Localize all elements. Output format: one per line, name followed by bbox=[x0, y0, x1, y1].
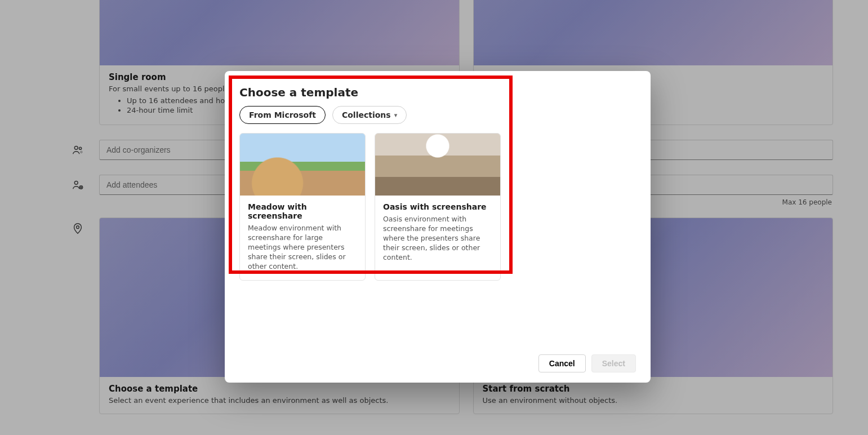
template-source-tabs: From Microsoft Collections ▾ bbox=[239, 106, 636, 124]
tab-collections[interactable]: Collections ▾ bbox=[332, 106, 407, 124]
tab-collections-label: Collections bbox=[342, 110, 391, 119]
template-thumbnail-meadow bbox=[240, 134, 365, 196]
tab-from-microsoft-label: From Microsoft bbox=[249, 110, 316, 119]
choose-template-dialog: Choose a template From Microsoft Collect… bbox=[225, 71, 651, 383]
template-title: Oasis with screenshare bbox=[383, 202, 492, 211]
template-description: Oasis environment with screenshare for m… bbox=[383, 215, 492, 262]
cancel-button[interactable]: Cancel bbox=[538, 354, 586, 372]
template-title: Meadow with screenshare bbox=[248, 202, 357, 220]
template-description: Meadow environment with screenshare for … bbox=[248, 224, 357, 271]
template-thumbnail-oasis bbox=[375, 134, 500, 196]
template-card-meadow[interactable]: Meadow with screenshare Meadow environme… bbox=[239, 133, 366, 281]
dialog-title: Choose a template bbox=[239, 86, 636, 99]
chevron-down-icon: ▾ bbox=[394, 112, 398, 119]
select-button[interactable]: Select bbox=[591, 354, 636, 372]
template-card-oasis[interactable]: Oasis with screenshare Oasis environment… bbox=[375, 133, 501, 281]
tab-from-microsoft[interactable]: From Microsoft bbox=[239, 106, 326, 124]
